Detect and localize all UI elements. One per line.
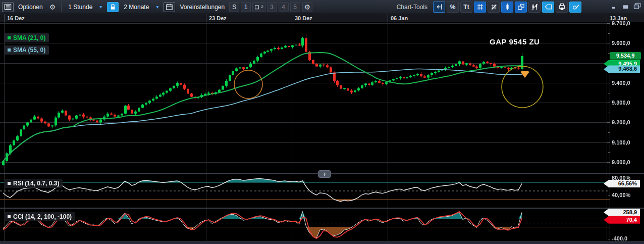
restore-window-icon[interactable] <box>622 2 630 9</box>
sma21-bullet-icon <box>8 36 11 39</box>
undo-tool-icon[interactable] <box>433 2 445 13</box>
chart-tools-group: %Tt <box>433 2 581 13</box>
voreinstellungen-label[interactable]: Voreinstellungen <box>177 4 227 11</box>
legend-cci[interactable]: CCI (14, 2, 100, -100) <box>4 212 75 221</box>
layout-preset-s[interactable]: S <box>229 2 239 12</box>
date-tick-mark <box>206 14 206 22</box>
optionen-label[interactable]: Optionen <box>16 4 45 11</box>
chart-tools-label: Chart-Tools <box>394 4 430 11</box>
minimize-window-icon[interactable] <box>611 2 619 9</box>
window-controls <box>611 2 641 9</box>
pane-splitter-handle[interactable]: ▴ ▾ <box>318 170 331 178</box>
date-tick-mark <box>4 14 5 22</box>
rsi-bullet-icon <box>8 182 11 185</box>
calendar-icon[interactable] <box>164 2 175 12</box>
last-price-tag: 9.534,9 <box>610 52 641 60</box>
sma55-bullet-icon <box>8 48 11 52</box>
legend-rsi[interactable]: RSI (14, 0.7, 0.3) <box>4 179 63 188</box>
settings-draw-tool-icon[interactable] <box>569 2 581 13</box>
chevron-down-icon: ▾ <box>99 4 102 10</box>
price-tick-label: 9.600,0 <box>612 40 630 46</box>
percent-tool-icon[interactable]: % <box>447 2 459 13</box>
price-tick-label: 9.200,0 <box>612 119 630 125</box>
range-value: 2 Monate <box>124 4 149 11</box>
date-tick-label: 16 Dez <box>7 15 25 21</box>
menu-list-icon[interactable] <box>2 2 14 12</box>
date-tick-label: 30 Dez <box>295 15 312 21</box>
rsi-value-tag: 66,56% <box>604 180 640 187</box>
gear-icon[interactable]: ⚙ <box>47 2 58 12</box>
eraser-tool-icon[interactable] <box>542 2 554 13</box>
layout-preset-4[interactable]: 4 <box>279 2 289 12</box>
rsi-tick-label: 40,00% <box>612 192 630 198</box>
price-tick-label: 9.300,0 <box>612 100 630 106</box>
printer-tool-icon[interactable] <box>556 2 568 13</box>
bottom-scroll-strip[interactable] <box>0 241 644 244</box>
lock-icon[interactable] <box>107 2 119 12</box>
date-tick-label: 23 Dez <box>209 15 227 21</box>
cascade-windows-window-icon[interactable] <box>633 2 641 9</box>
layout-preset-buttons: S12345 <box>229 2 300 12</box>
legend-sma21[interactable]: SMA (21, 0) <box>4 33 49 42</box>
date-tick-mark <box>388 14 388 22</box>
text-tool-icon[interactable]: Tt <box>460 2 472 13</box>
chevron-down-icon: ▾ <box>156 4 158 10</box>
price-tick-label: 9.700,0 <box>612 20 630 26</box>
cci-bullet-icon <box>8 215 11 218</box>
cci-label: CCI (14, 2, 100, -100) <box>13 213 72 220</box>
sma55-price-tag: 9.468,6 <box>604 65 640 73</box>
layout-preset-2[interactable]: 2 <box>252 2 265 12</box>
interval-dropdown[interactable]: 1 Stunde ▾ <box>65 2 105 12</box>
layout-preset-5[interactable]: 5 <box>290 2 300 12</box>
cci-red-value-tag: 70,4 <box>604 216 640 224</box>
layout-preset-3[interactable]: 3 <box>267 2 277 12</box>
main-toolbar: Optionen ⚙ 1 Stunde ▾ 2 Monate ▾ Voreins… <box>0 0 644 14</box>
grid-tool-icon[interactable] <box>474 2 486 13</box>
price-tick-label: 9.000,0 <box>612 159 630 165</box>
grid-draw-tool-icon[interactable] <box>488 2 500 13</box>
range-dropdown[interactable]: 2 Monate ▾ <box>121 2 162 12</box>
sma21-label: SMA (21, 0) <box>13 34 45 41</box>
rsi-label: RSI (14, 0.7, 0.3) <box>13 180 59 187</box>
separator <box>61 3 62 12</box>
splitter-down-icon: ▾ <box>324 174 326 176</box>
gap-annotation-text: GAP 9545 ZU <box>490 37 540 46</box>
price-tick-label: 9.400,0 <box>612 80 630 86</box>
legend-sma55[interactable]: SMA (55, 0) <box>4 45 49 55</box>
cci-white-value-tag: 258,9 <box>604 209 640 216</box>
chart-area: SMA (21, 0) SMA (55, 0) GAP 9545 ZU RSI … <box>0 22 644 244</box>
chart-canvas[interactable] <box>0 22 644 244</box>
date-tick-mark <box>607 14 607 22</box>
candlestick-tool-icon[interactable] <box>501 2 513 13</box>
gear-icon[interactable]: ⚙ <box>302 2 313 12</box>
date-tick-mark <box>292 14 292 22</box>
date-axis: 16 Dez23 Dez30 Dez06 Jan13 Jan <box>0 14 644 23</box>
candles-draw-tool-icon[interactable] <box>528 2 541 13</box>
date-tick-label: 06 Jan <box>391 15 408 21</box>
price-tick-label: 9.100,0 <box>612 139 630 145</box>
interval-value: 1 Stunde <box>68 4 92 11</box>
sma55-label: SMA (55, 0) <box>13 46 45 54</box>
cascade-tool-icon[interactable] <box>515 2 527 13</box>
layout-preset-1[interactable]: 1 <box>241 2 251 12</box>
trading-app-window: Optionen ⚙ 1 Stunde ▾ 2 Monate ▾ Voreins… <box>0 0 644 244</box>
